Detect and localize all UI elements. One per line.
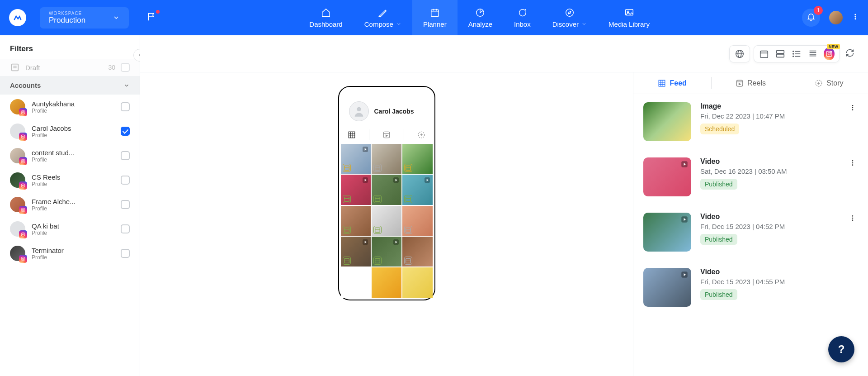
tab-reels[interactable]: Reels (712, 72, 789, 94)
grid-cell[interactable] (372, 267, 401, 297)
video-badge-icon (680, 160, 689, 168)
post-menu-button[interactable] (847, 102, 858, 115)
account-row[interactable]: CS Reels Profile (0, 168, 140, 192)
status-draft-row[interactable]: Draft 30 (0, 59, 140, 76)
account-row[interactable]: Frame Alche... Profile (0, 192, 140, 217)
post-menu-button[interactable] (847, 213, 858, 225)
nav-planner[interactable]: Planner (412, 0, 458, 35)
nav-analyze[interactable]: Analyze (458, 0, 503, 35)
post-row[interactable]: Video Fri, Dec 15 2023 | 04:52 PM Publis… (633, 205, 868, 260)
svg-marker-104 (739, 83, 741, 85)
instagram-view-button[interactable]: NEW (824, 48, 835, 59)
grid-cell[interactable] (402, 237, 432, 267)
compact-view-button[interactable] (807, 48, 818, 59)
grid-cell[interactable] (372, 175, 401, 205)
grid-cell[interactable] (341, 175, 371, 205)
nav-discover[interactable]: Discover (542, 0, 598, 35)
tab-story[interactable]: Story (790, 72, 868, 94)
grid-cell[interactable] (402, 144, 432, 174)
post-row[interactable]: Image Fri, Dec 22 2023 | 10:47 PM Schedu… (633, 94, 868, 149)
tab-reels[interactable] (381, 129, 392, 140)
svg-point-118 (852, 215, 854, 217)
grid-cell[interactable] (372, 237, 401, 267)
account-checkbox[interactable] (121, 200, 130, 209)
status-checkbox[interactable] (121, 63, 130, 72)
account-avatar (10, 197, 25, 212)
account-checkbox[interactable] (121, 249, 130, 258)
svg-rect-63 (344, 166, 349, 171)
tab-feed[interactable]: Feed (633, 72, 711, 94)
tab-grid[interactable] (346, 129, 357, 140)
help-button[interactable]: ? (828, 336, 854, 362)
post-row[interactable]: Video Sat, Dec 16 2023 | 03:50 AM Publis… (633, 149, 868, 205)
grid-cell[interactable] (402, 175, 432, 205)
notifications-count: 1 (814, 6, 823, 15)
phone-tabs (341, 126, 433, 144)
grid-cell[interactable] (372, 206, 401, 236)
row-view-button[interactable] (775, 48, 786, 59)
video-badge-icon (680, 215, 689, 224)
menu-button[interactable] (852, 13, 859, 22)
svg-rect-97 (659, 80, 665, 86)
account-checkbox[interactable] (121, 127, 130, 136)
svg-rect-19 (21, 159, 25, 163)
nav-compose[interactable]: Compose (354, 0, 412, 35)
nav-label: Inbox (514, 20, 531, 28)
post-menu-button[interactable] (847, 157, 858, 170)
person-icon (353, 105, 365, 118)
account-info: Carol Jacobs Profile (32, 124, 114, 138)
nav-media-library[interactable]: Media Library (598, 0, 660, 35)
svg-point-5 (566, 9, 574, 16)
chevron-down-icon (113, 14, 120, 21)
grid-cell[interactable] (402, 206, 432, 236)
globe-button[interactable] (734, 48, 745, 59)
svg-rect-85 (406, 228, 411, 232)
schedule-badge-icon (343, 257, 351, 265)
account-row[interactable]: Auntykakhana Profile (0, 95, 140, 119)
top-nav: WORKSPACE Production Dashboard Compose P… (0, 0, 868, 35)
reels-icon (382, 131, 391, 139)
accounts-section-head[interactable]: Accounts (0, 76, 140, 95)
user-avatar[interactable] (829, 11, 843, 24)
grid-cell[interactable] (341, 237, 371, 267)
grid-cell[interactable] (341, 206, 371, 236)
account-row[interactable]: Carol Jacobs Profile (0, 119, 140, 143)
schedule-badge-icon (343, 226, 351, 234)
svg-point-22 (22, 185, 24, 186)
refresh-button[interactable] (845, 48, 854, 59)
account-checkbox[interactable] (121, 176, 130, 185)
nav-inbox[interactable]: Inbox (503, 0, 542, 35)
posts-tabs: Feed Reels Story (633, 72, 868, 94)
account-row[interactable]: content stud... Profile (0, 143, 140, 168)
pie-icon (475, 8, 485, 18)
kebab-icon (849, 214, 856, 222)
account-checkbox[interactable] (121, 151, 130, 160)
list-view-button[interactable] (791, 48, 802, 59)
account-row[interactable]: QA ki bat Profile (0, 217, 140, 241)
view-toolbar: NEW (140, 35, 868, 72)
filters-title: Filters (0, 35, 140, 59)
notifications-button[interactable]: 1 (802, 9, 820, 27)
post-info: Video Fri, Dec 15 2023 | 04:52 PM Publis… (700, 213, 838, 245)
flag-button[interactable] (147, 12, 157, 24)
grid-cell[interactable] (372, 144, 401, 174)
brand-logo[interactable] (9, 9, 26, 26)
account-sub: Profile (32, 254, 114, 261)
post-row[interactable]: Video Fri, Dec 15 2023 | 04:55 PM Publis… (633, 260, 868, 315)
post-thumb (643, 213, 691, 252)
tab-add[interactable] (416, 129, 427, 140)
nav-dashboard[interactable]: Dashboard (298, 0, 353, 35)
grid-cell[interactable] (402, 267, 432, 297)
grid-cell[interactable] (341, 144, 371, 174)
account-checkbox[interactable] (121, 224, 130, 233)
schedule-badge-icon (404, 195, 412, 203)
plus-circle-dashed-icon (417, 131, 425, 139)
calendar-view-button[interactable] (759, 48, 769, 59)
grid-cell[interactable] (341, 267, 371, 297)
workspace-selector[interactable]: WORKSPACE Production (40, 7, 129, 29)
account-row[interactable]: Terminator Profile (0, 241, 140, 266)
account-checkbox[interactable] (121, 102, 130, 111)
svg-point-39 (793, 51, 794, 52)
grid-icon (658, 79, 666, 87)
svg-rect-27 (21, 257, 25, 261)
